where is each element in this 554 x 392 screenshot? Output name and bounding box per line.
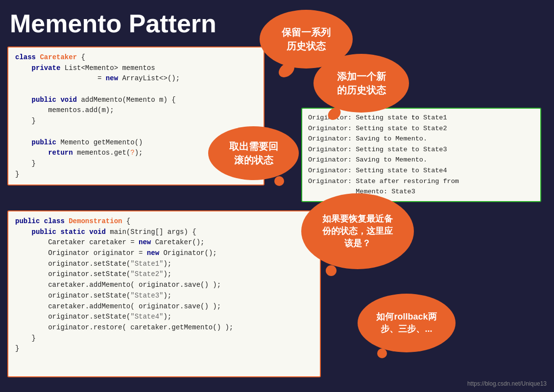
bubble-text-5: 如何rollback两步、三步、... — [370, 307, 442, 339]
code-line: caretaker.addMemento( originator.save() … — [15, 301, 313, 312]
code-line: = new ArrayList<>(); — [15, 73, 257, 84]
bubble-rollback-steps: 如何rollback两步、三步、... — [358, 294, 456, 352]
output-line: Originator: Setting state to State3 — [308, 144, 534, 155]
code-line: private List<Memento> mementos — [15, 63, 257, 74]
code-line: public class Demonstration { — [15, 216, 313, 227]
output-line: Originator: Setting state to State4 — [308, 165, 534, 176]
code-line: caretaker.addMemento( originator.save() … — [15, 280, 313, 291]
code-line: class Caretaker { — [15, 52, 257, 63]
page-title: Memento Pattern — [10, 9, 217, 38]
code-line: originator.setState("State1"); — [15, 259, 313, 270]
bubble-add-history: 添加一个新的历史状态 — [313, 54, 409, 113]
code-line: mementos.add(m); — [15, 105, 257, 116]
code-line: } — [15, 333, 313, 344]
code-line: originator.restore( caretaker.getMemento… — [15, 323, 313, 333]
output-line: Originator: State after restoring from — [308, 176, 534, 187]
code-line: public void addMemento(Memento m) { — [15, 95, 257, 106]
bubble-text-3: 取出需要回滚的状态 — [223, 136, 284, 171]
code-line: } — [15, 116, 257, 127]
bubble-text-4: 如果要恢复最近备份的状态，这里应该是？ — [316, 209, 399, 254]
output-line: Originator: Setting state to State1 — [308, 113, 534, 123]
code-line: originator.setState("State2"); — [15, 269, 313, 280]
code-box-demonstration: public class Demonstration { public stat… — [7, 210, 321, 377]
watermark: https://blog.csdn.net/Unique13 — [467, 380, 547, 387]
code-line: } — [15, 344, 313, 354]
main-container: Memento Pattern class Caretaker { privat… — [0, 0, 554, 392]
bubble-text-1: 保留一系列历史状态 — [276, 22, 337, 57]
output-line: Originator: Setting state to State2 — [308, 123, 534, 134]
code-line: originator.setState("State4"); — [15, 312, 313, 323]
output-box: Originator: Setting state to State1 Orig… — [301, 108, 541, 202]
output-line: Originator: Saving to Memento. — [308, 134, 534, 144]
code-line — [15, 84, 257, 95]
code-line: public static void main(String[] args) { — [15, 227, 313, 238]
code-line: Caretaker caretaker = new Caretaker(); — [15, 237, 313, 248]
output-line: Originator: Saving to Memento. — [308, 155, 534, 165]
bubble-rollback-state: 取出需要回滚的状态 — [208, 126, 299, 180]
code-line: Originator originator = new Originator()… — [15, 248, 313, 259]
bubble-restore-question: 如果要恢复最近备份的状态，这里应该是？ — [301, 193, 414, 269]
bubble-text-2: 添加一个新的历史状态 — [331, 66, 392, 101]
code-line: originator.setState("State3"); — [15, 291, 313, 301]
